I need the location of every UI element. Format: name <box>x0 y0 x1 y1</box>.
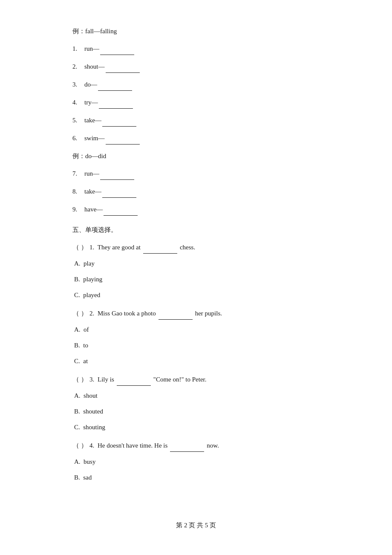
q1-num: 1. <box>89 242 94 253</box>
blank-4 <box>99 97 133 109</box>
q4-blank <box>170 440 204 452</box>
q4-text-before: He doesn't have time. He is <box>96 440 167 451</box>
q3-choice-b: B. shouted <box>72 406 320 417</box>
example1-text: fall—falling <box>85 28 117 35</box>
example1-label: 例： <box>72 28 85 35</box>
q2-blank <box>159 308 193 320</box>
example2-label: 例： <box>72 153 85 159</box>
blank-3 <box>98 79 132 91</box>
item-text-4: try— <box>84 97 98 108</box>
q3-num: 3. <box>89 374 94 385</box>
bracket-2: （ ） <box>72 308 88 319</box>
question-2: （ ） 2. Miss Gao took a photo her pupils. <box>72 308 320 320</box>
q1-choice-a: A. play <box>72 258 320 269</box>
gerund-item-1: 1. run— <box>72 43 320 55</box>
q1-text-before: They are good at <box>96 242 141 253</box>
item-num-1: 1. <box>72 43 84 55</box>
q4-num: 4. <box>89 440 94 451</box>
q2-text-after: her pupils. <box>195 308 222 319</box>
example2-text: do—did <box>85 153 106 159</box>
q1-text-after: chess. <box>180 242 195 253</box>
item-text-8: take— <box>84 186 101 197</box>
past-item-7: 7. run— <box>72 168 320 180</box>
blank-8 <box>102 186 136 198</box>
question-1: （ ） 1. They are good at chess. <box>72 242 320 254</box>
blank-6 <box>106 133 140 145</box>
item-text-5: take— <box>84 115 101 126</box>
gerund-item-3: 3. do— <box>72 79 320 91</box>
q1-blank <box>143 242 177 254</box>
section5-title: 五、单项选择。 <box>72 224 320 236</box>
bracket-3: （ ） <box>72 374 88 385</box>
item-num-2: 2. <box>72 61 84 72</box>
q3-text-after: "Come on!" to Peter. <box>153 374 207 385</box>
item-text-9: have— <box>84 204 103 215</box>
item-num-4: 4. <box>72 97 84 108</box>
item-text-2: shout— <box>84 61 105 72</box>
item-text-1: run— <box>84 43 99 55</box>
past-item-8: 8. take— <box>72 186 320 198</box>
question-4: （ ） 4. He doesn't have time. He is now. <box>72 440 320 452</box>
item-num-6: 6. <box>72 133 84 144</box>
q4-text-after: now. <box>207 440 219 451</box>
bracket-1: （ ） <box>72 242 88 253</box>
item-num-9: 9. <box>72 204 84 215</box>
q4-choice-b: B. sad <box>72 472 320 483</box>
q2-text-before: Miss Gao took a photo <box>96 308 156 319</box>
content: 例：fall—falling 1. run— 2. shout— 3. do— … <box>72 26 320 513</box>
q2-choice-c: C. at <box>72 356 320 367</box>
gerund-item-6: 6. swim— <box>72 133 320 145</box>
blank-2 <box>106 61 140 73</box>
past-item-9: 9. have— <box>72 204 320 216</box>
page: 例：fall—falling 1. run— 2. shout— 3. do— … <box>0 0 392 555</box>
question-3: （ ） 3. Lily is "Come on!" to Peter. <box>72 374 320 386</box>
bracket-4: （ ） <box>72 440 88 451</box>
item-text-7: run— <box>84 168 99 179</box>
gerund-item-4: 4. try— <box>72 97 320 109</box>
item-num-8: 8. <box>72 186 84 197</box>
q4-choice-a: A. busy <box>72 456 320 468</box>
blank-7 <box>100 168 134 180</box>
q3-choice-c: C. shouting <box>72 422 320 433</box>
blank-9 <box>104 204 138 216</box>
item-text-6: swim— <box>84 133 105 144</box>
blank-5 <box>102 115 136 127</box>
q3-text-before: Lily is <box>96 374 114 385</box>
q3-choice-a: A. shout <box>72 390 320 402</box>
q1-choice-b: B. playing <box>72 274 320 285</box>
gerund-item-2: 2. shout— <box>72 61 320 73</box>
q2-choice-a: A. of <box>72 324 320 335</box>
q3-blank <box>117 374 151 386</box>
footer-text: 第 2 页 共 5 页 <box>176 522 216 529</box>
q2-num: 2. <box>89 308 94 319</box>
item-text-3: do— <box>84 79 97 90</box>
q2-choice-b: B. to <box>72 340 320 351</box>
item-num-3: 3. <box>72 79 84 90</box>
blank-1 <box>100 43 134 55</box>
footer: 第 2 页 共 5 页 <box>72 513 320 529</box>
q1-choice-c: C. played <box>72 289 320 301</box>
item-num-5: 5. <box>72 115 84 126</box>
gerund-item-5: 5. take— <box>72 115 320 127</box>
item-num-7: 7. <box>72 168 84 179</box>
example2-line: 例：do—did <box>72 150 320 162</box>
example1-line: 例：fall—falling <box>72 26 320 37</box>
